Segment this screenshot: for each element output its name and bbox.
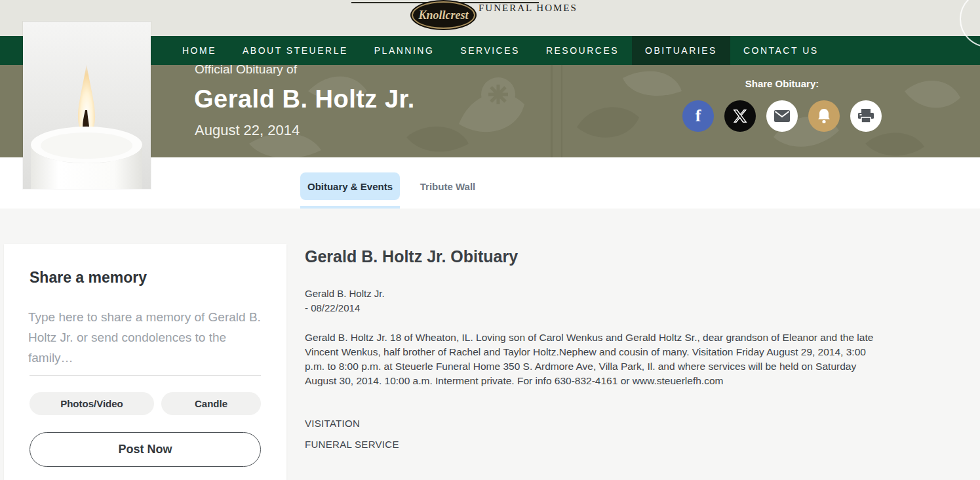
nav-item-contact-us[interactable]: CONTACT US xyxy=(730,36,832,65)
share-memory-card: Share a memory Photos/Video Candle Post … xyxy=(4,244,286,480)
funeral-homes-wordmark: FUNERAL HOMES xyxy=(479,3,578,14)
notification-bell-icon xyxy=(817,108,831,124)
funeral-service-section-label: FUNERAL SERVICE xyxy=(305,439,399,450)
share-facebook-button[interactable]: f xyxy=(682,100,714,132)
logo-text: Knollcrest xyxy=(418,9,468,22)
nav-item-home[interactable]: HOME xyxy=(169,36,229,65)
deceased-date: August 22, 2014 xyxy=(195,122,300,139)
share-print-button[interactable] xyxy=(850,100,882,132)
obituary-page: Knollcrest FUNERAL HOMES HOME ABOUT STEU… xyxy=(0,0,980,480)
obituary-name-line: Gerald B. Holtz Jr. xyxy=(305,288,385,299)
hero-eyebrow: Official Obituary of xyxy=(195,65,297,77)
tab-obituary-events[interactable]: Obituary & Events xyxy=(300,172,400,200)
share-x-twitter-button[interactable] xyxy=(724,100,756,132)
nav-item-about-steuerle[interactable]: ABOUT STEUERLE xyxy=(229,36,361,65)
email-icon xyxy=(774,110,790,122)
nav-item-resources[interactable]: RESOURCES xyxy=(533,36,632,65)
share-email-button[interactable] xyxy=(766,100,798,132)
knollcrest-logo[interactable]: Knollcrest xyxy=(412,1,475,29)
obituary-body-text: Gerald B. Holtz Jr. 18 of Wheaton, IL. L… xyxy=(305,330,883,388)
obituary-heading: Gerald B. Holtz Jr. Obituary xyxy=(305,247,518,266)
share-buttons-row: f xyxy=(682,100,882,132)
share-memory-title: Share a memory xyxy=(29,269,147,287)
candle-button[interactable]: Candle xyxy=(161,392,261,415)
tab-tribute-wall[interactable]: Tribute Wall xyxy=(405,172,490,200)
post-now-button[interactable]: Post Now xyxy=(29,432,261,467)
share-notification-button[interactable] xyxy=(808,100,840,132)
visitation-section-label: VISITATION xyxy=(305,418,360,429)
nav-item-services[interactable]: SERVICES xyxy=(447,36,533,65)
x-twitter-icon xyxy=(733,109,747,123)
facebook-icon: f xyxy=(696,108,701,125)
nav-item-planning[interactable]: PLANNING xyxy=(361,36,448,65)
print-icon xyxy=(858,109,874,123)
photos-video-button[interactable]: Photos/Video xyxy=(29,392,154,415)
deceased-name: Gerald B. Holtz Jr. xyxy=(194,85,415,113)
nav-item-obituaries[interactable]: OBITUARIES xyxy=(632,36,730,65)
memorial-candle-photo xyxy=(23,22,151,189)
memory-card-divider xyxy=(29,375,261,376)
memory-text-input[interactable] xyxy=(28,307,264,370)
main-content: Share a memory Photos/Video Candle Post … xyxy=(0,209,980,480)
obituary-date-line: - 08/22/2014 xyxy=(305,302,360,313)
share-obituary-label: Share Obituary: xyxy=(698,78,866,89)
